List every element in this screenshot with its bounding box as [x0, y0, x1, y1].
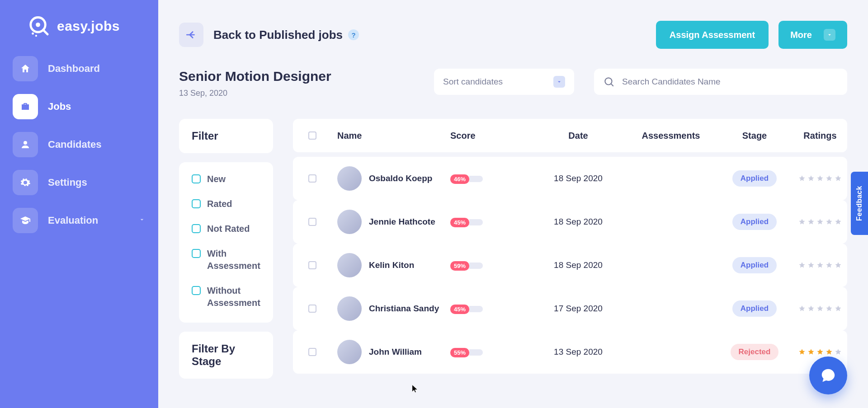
score-badge: 55% [450, 348, 483, 357]
svg-point-5 [605, 78, 612, 84]
stage-badge: Applied [732, 170, 777, 187]
chevron-down-icon [553, 76, 565, 88]
filter-label: Not Rated [207, 223, 250, 235]
nav-candidates[interactable]: Candidates [13, 132, 146, 157]
table-row[interactable]: Jennie Hathcote45%18 Sep 2020Applied [293, 200, 847, 244]
graduation-icon [13, 208, 38, 233]
job-date: 13 Sep, 2020 [179, 89, 331, 98]
nav-label: Evaluation [48, 215, 98, 226]
job-title: Senior Motion Designer [179, 69, 331, 84]
back-button[interactable] [179, 23, 203, 47]
nav-label: Dashboard [48, 63, 100, 75]
filter-new[interactable]: New [192, 173, 260, 185]
rating-stars[interactable] [793, 175, 847, 182]
score-badge: 45% [450, 305, 483, 314]
checkbox-icon [192, 199, 201, 208]
svg-point-2 [32, 33, 34, 35]
svg-point-3 [35, 35, 37, 37]
table-header: Name Score Date Assessments Stage Rating… [293, 119, 847, 152]
nav-evaluation[interactable]: Evaluation [13, 208, 146, 233]
table-row[interactable]: Osbaldo Koepp46%18 Sep 2020Applied [293, 157, 847, 200]
search-input[interactable] [622, 77, 838, 87]
col-stage: Stage [716, 131, 793, 141]
table-row[interactable]: Christiana Sandy45%17 Sep 2020Applied [293, 287, 847, 330]
sort-placeholder: Sort candidates [443, 77, 503, 87]
filter-not-rated[interactable]: Not Rated [192, 223, 260, 235]
checkbox-icon [192, 249, 201, 258]
candidate-name: John William [369, 347, 422, 357]
brand-logo[interactable]: easy.jobs [26, 14, 146, 38]
nav-jobs[interactable]: Jobs [13, 94, 146, 119]
candidate-name: Osbaldo Koepp [369, 173, 432, 184]
briefcase-icon [13, 94, 38, 119]
stage-badge: Applied [732, 300, 777, 317]
score-badge: 45% [450, 218, 483, 227]
row-checkbox[interactable] [308, 348, 316, 356]
rating-stars[interactable] [793, 262, 847, 269]
top-bar: Back to Published jobs ? Assign Assessme… [179, 21, 847, 49]
score-badge: 59% [450, 261, 483, 271]
col-score: Score [445, 131, 531, 141]
date-cell: 17 Sep 2020 [531, 304, 626, 314]
user-icon [13, 132, 38, 157]
col-ratings: Ratings [793, 131, 847, 141]
table-row[interactable]: Kelin Kiton59%18 Sep 2020Applied [293, 244, 847, 287]
sort-dropdown[interactable]: Sort candidates [434, 69, 574, 95]
date-cell: 18 Sep 2020 [531, 260, 626, 270]
select-all-checkbox[interactable] [308, 131, 316, 140]
job-header-row: Senior Motion Designer 13 Sep, 2020 Sort… [179, 69, 847, 98]
filter-label: Without Assessment [207, 285, 260, 309]
chat-fab[interactable] [809, 356, 847, 394]
search-icon [603, 76, 615, 88]
nav-settings[interactable]: Settings [13, 170, 146, 195]
assign-assessment-button[interactable]: Assign Assessment [656, 21, 769, 49]
filter-heading: Filter [179, 119, 273, 153]
nav-label: Settings [48, 177, 87, 188]
nav-dashboard[interactable]: Dashboard [13, 56, 146, 81]
filter-stage-heading-card: Filter By Stage [179, 332, 273, 379]
date-cell: 18 Sep 2020 [531, 174, 626, 183]
stage-badge: Rejected [731, 344, 779, 360]
avatar [337, 166, 362, 191]
date-cell: 18 Sep 2020 [531, 217, 626, 227]
date-cell: 13 Sep 2020 [531, 347, 626, 357]
filter-options-card: New Rated Not Rated With Assessment With… [179, 162, 273, 323]
row-checkbox[interactable] [308, 174, 316, 183]
more-button[interactable]: More [778, 21, 847, 49]
svg-point-1 [36, 23, 40, 27]
row-checkbox[interactable] [308, 261, 316, 269]
avatar [337, 210, 362, 234]
row-checkbox[interactable] [308, 305, 316, 313]
svg-point-4 [24, 141, 27, 145]
candidate-name: Christiana Sandy [369, 303, 439, 314]
nav-label: Candidates [48, 139, 102, 150]
chevron-down-icon [138, 216, 146, 225]
gear-icon [13, 170, 38, 195]
checkbox-icon [192, 286, 201, 295]
rating-stars[interactable] [793, 218, 847, 225]
filter-heading-card: Filter [179, 119, 273, 153]
search-box[interactable] [594, 69, 847, 95]
stage-badge: Applied [732, 257, 777, 273]
feedback-tab[interactable]: Feedback [851, 172, 868, 235]
row-checkbox[interactable] [308, 218, 316, 226]
main-content: Back to Published jobs ? Assign Assessme… [158, 0, 868, 408]
rating-stars[interactable] [793, 305, 847, 312]
col-name: Name [332, 131, 445, 141]
page-title: Back to Published jobs [213, 28, 343, 42]
table-row[interactable]: John William55%13 Sep 2020Rejected [293, 330, 847, 374]
score-badge: 46% [450, 174, 483, 184]
help-icon[interactable]: ? [348, 29, 359, 40]
checkbox-icon [192, 224, 201, 233]
filter-without-assessment[interactable]: Without Assessment [192, 285, 260, 309]
more-label: More [790, 30, 812, 40]
candidate-name: Jennie Hathcote [369, 216, 435, 227]
avatar [337, 296, 362, 321]
filter-with-assessment[interactable]: With Assessment [192, 248, 260, 272]
content-body: Filter New Rated Not Rated With Assessme… [179, 119, 847, 379]
filter-rated[interactable]: Rated [192, 198, 260, 210]
checkbox-icon [192, 174, 201, 183]
filter-label: With Assessment [207, 248, 260, 272]
rating-stars[interactable] [793, 348, 847, 356]
sidebar: easy.jobs Dashboard Jobs Candidates Sett… [0, 0, 158, 408]
